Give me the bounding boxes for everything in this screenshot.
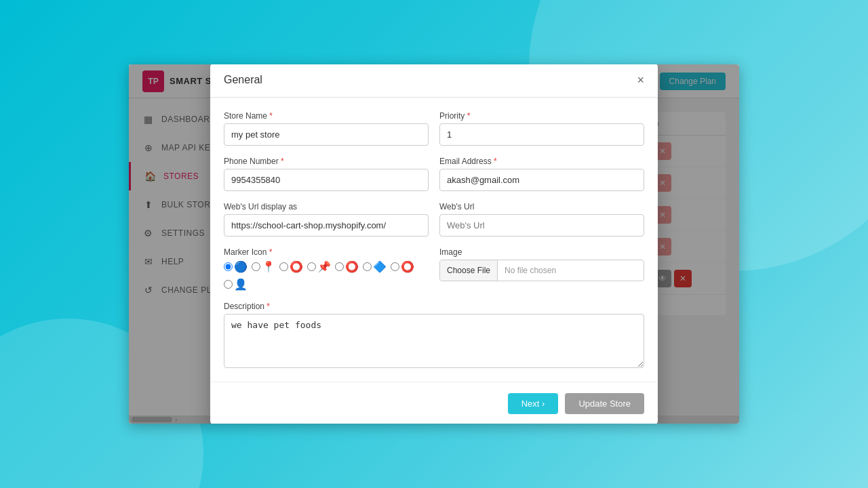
- form-row-4: Marker Icon * 🔵 📍: [224, 247, 644, 291]
- web-url-display-input[interactable]: [224, 214, 429, 237]
- marker-red-pin: 📍: [262, 260, 275, 273]
- marker-person: 👤: [234, 277, 248, 291]
- store-name-group: Store Name *: [224, 111, 429, 146]
- update-store-button[interactable]: Update Store: [565, 393, 644, 414]
- next-button[interactable]: Next ›: [508, 393, 559, 414]
- description-textarea[interactable]: we have pet foods: [224, 314, 644, 368]
- email-label: Email Address *: [439, 157, 644, 166]
- email-input[interactable]: [439, 169, 644, 191]
- file-no-chosen-text: No file chosen: [498, 260, 563, 281]
- image-group: Image Choose File No file chosen: [439, 247, 644, 291]
- marker-option-7[interactable]: ⭕: [391, 260, 414, 273]
- web-url-group: Web's Url: [439, 202, 644, 237]
- marker-empty-3: ⭕: [401, 260, 414, 273]
- marker-option-2[interactable]: 📍: [252, 260, 275, 273]
- store-name-label: Store Name *: [224, 111, 429, 121]
- marker-option-5[interactable]: ⭕: [335, 260, 359, 273]
- description-label: Description *: [224, 302, 644, 311]
- modal-title: General: [224, 74, 262, 86]
- marker-icon-label: Marker Icon *: [224, 247, 429, 257]
- marker-option-3[interactable]: ⭕: [279, 260, 303, 273]
- priority-label: Priority *: [439, 111, 644, 121]
- modal-header: General ×: [210, 64, 658, 98]
- email-group: Email Address *: [439, 157, 644, 191]
- marker-radio-5[interactable]: [335, 262, 344, 271]
- form-row-1: Store Name * Priority *: [224, 111, 644, 146]
- marker-radio-2[interactable]: [252, 262, 260, 271]
- marker-icons-row: 🔵 📍 ⭕ 📌: [224, 260, 429, 291]
- marker-radio-1[interactable]: [224, 262, 233, 271]
- marker-empty-2: ⭕: [345, 260, 359, 273]
- marker-blue-dot: 🔵: [234, 260, 248, 273]
- modal-overlay: General × Store Name * Priority *: [129, 64, 739, 424]
- store-name-input[interactable]: [224, 123, 429, 146]
- marker-radio-7[interactable]: [391, 262, 399, 271]
- marker-option-4[interactable]: 📌: [307, 260, 331, 273]
- priority-input[interactable]: [439, 123, 644, 146]
- marker-empty: ⭕: [290, 260, 303, 273]
- modal-body: Store Name * Priority *: [210, 98, 658, 382]
- file-input-wrapper: Choose File No file chosen: [439, 260, 644, 281]
- app-window: TP SMART STORE LI... Your current plan: …: [129, 64, 739, 424]
- phone-label: Phone Number *: [224, 157, 429, 166]
- modal-footer: Next › Update Store: [210, 382, 658, 424]
- marker-radio-8[interactable]: [224, 280, 233, 289]
- file-choose-button[interactable]: Choose File: [440, 260, 498, 281]
- general-modal: General × Store Name * Priority *: [210, 64, 658, 424]
- phone-input[interactable]: [224, 169, 429, 191]
- marker-google-green: 📌: [317, 260, 331, 273]
- web-url-input[interactable]: [439, 214, 644, 237]
- image-label: Image: [439, 247, 644, 257]
- web-url-label: Web's Url: [439, 202, 644, 211]
- marker-icon-group: Marker Icon * 🔵 📍: [224, 247, 429, 291]
- marker-radio-6[interactable]: [363, 262, 372, 271]
- priority-group: Priority *: [439, 111, 644, 146]
- modal-close-button[interactable]: ×: [637, 74, 644, 86]
- marker-blue-pin: 🔷: [373, 260, 387, 273]
- form-row-3: Web's Url display as Web's Url: [224, 202, 644, 237]
- web-url-display-label: Web's Url display as: [224, 202, 429, 211]
- marker-option-6[interactable]: 🔷: [363, 260, 387, 273]
- marker-radio-3[interactable]: [279, 262, 288, 271]
- marker-radio-4[interactable]: [307, 262, 316, 271]
- description-group: Description * we have pet foods: [224, 302, 644, 368]
- form-row-2: Phone Number * Email Address *: [224, 157, 644, 191]
- marker-option-1[interactable]: 🔵: [224, 260, 248, 273]
- marker-option-8[interactable]: 👤: [224, 277, 248, 291]
- web-url-display-group: Web's Url display as: [224, 202, 429, 237]
- phone-group: Phone Number *: [224, 157, 429, 191]
